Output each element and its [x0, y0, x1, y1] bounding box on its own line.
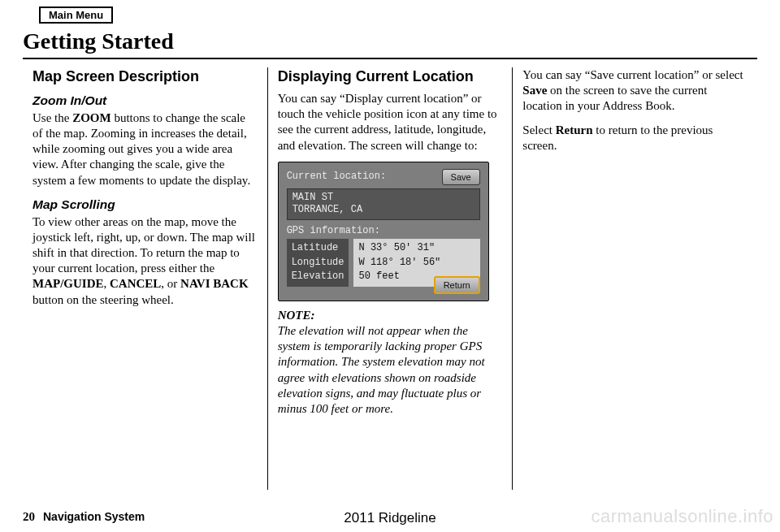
zoom-bold: ZOOM	[72, 111, 111, 124]
displaying-current-location-heading: Displaying Current Location	[278, 67, 503, 86]
text: Select	[522, 123, 555, 136]
latitude-label: Latitude	[292, 241, 344, 255]
scroll-paragraph: To view other areas on the map, move the…	[32, 214, 258, 308]
map-screen-description-heading: Map Screen Description	[32, 67, 258, 86]
page-number: 20	[23, 510, 35, 524]
save-paragraph: You can say “Save current location” or s…	[522, 67, 748, 115]
gps-information-label: GPS information:	[287, 225, 480, 237]
scroll-heading: Map Scrolling	[32, 197, 258, 213]
current-location-label: Current location:	[287, 171, 386, 183]
ns-header-row: Current location: Save	[287, 169, 480, 185]
text: To view other areas on the map, move the…	[32, 215, 255, 275]
save-button[interactable]: Save	[442, 169, 480, 185]
save-bold: Save	[522, 84, 547, 97]
zoom-heading: Zoom In/Out	[32, 93, 258, 109]
address-panel: MAIN ST TORRANCE, CA	[287, 188, 480, 220]
address-line-2: TORRANCE, CA	[292, 204, 474, 217]
page: Main Menu Getting Started Map Screen Des…	[0, 0, 780, 532]
text: You can say “Save current location” or s…	[522, 68, 743, 81]
map-guide-bold: MAP/GUIDE	[32, 277, 104, 290]
nav-screen-illustration: Current location: Save MAIN ST TORRANCE,…	[278, 162, 489, 301]
return-button[interactable]: Return	[434, 276, 480, 294]
title-rule	[23, 58, 757, 59]
model-label: 2011 Ridgeline	[344, 510, 436, 526]
footer: 20 Navigation System 2011 Ridgeline	[23, 510, 757, 524]
navi-back-bold: NAVI BACK	[180, 277, 249, 290]
text: , or	[161, 277, 180, 290]
main-menu-button[interactable]: Main Menu	[39, 6, 113, 24]
longitude-label: Longitude	[292, 256, 344, 270]
column-1: Map Screen Description Zoom In/Out Use t…	[23, 67, 267, 490]
text: Use the	[32, 111, 72, 124]
return-bold: Return	[556, 123, 593, 136]
display-paragraph: You can say “Display current location” o…	[278, 91, 503, 154]
zoom-paragraph: Use the ZOOM buttons to change the scale…	[32, 110, 258, 188]
system-label: Navigation System	[43, 510, 145, 523]
gps-labels: Latitude Longitude Elevation	[287, 239, 349, 286]
elevation-label: Elevation	[292, 270, 344, 283]
note-body: The elevation will not appear when the s…	[278, 323, 503, 417]
columns: Map Screen Description Zoom In/Out Use t…	[23, 67, 757, 490]
page-title: Getting Started	[23, 28, 757, 54]
text: button on the steering wheel.	[32, 293, 174, 306]
text: on the screen to save the current locati…	[522, 84, 707, 112]
return-paragraph: Select Return to return to the previous …	[522, 123, 748, 154]
column-3: You can say “Save current location” or s…	[512, 67, 757, 490]
longitude-value: W 118° 18' 56"	[358, 256, 474, 270]
cancel-bold: CANCEL	[110, 277, 161, 290]
note-label: NOTE:	[278, 308, 503, 323]
column-2: Displaying Current Location You can say …	[267, 67, 513, 490]
address-line-1: MAIN ST	[292, 192, 474, 205]
latitude-value: N 33° 50' 31"	[358, 241, 474, 255]
text: ,	[104, 277, 110, 290]
